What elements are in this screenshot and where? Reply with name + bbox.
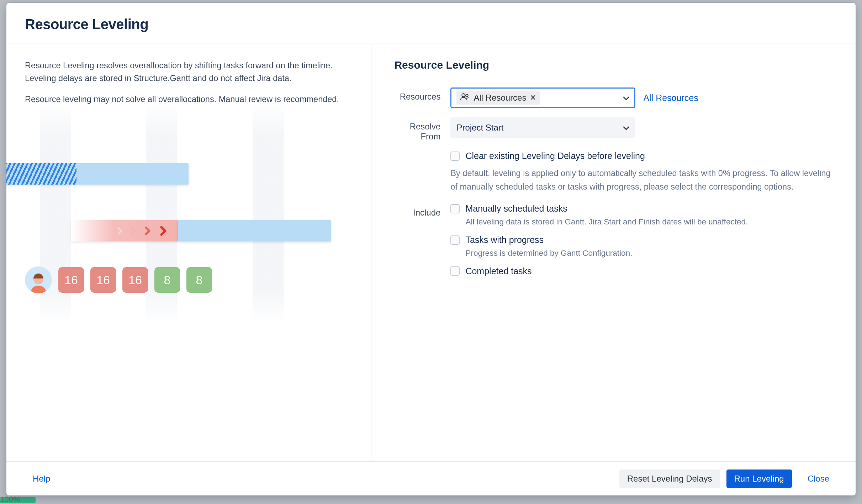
resolve-from-value: Project Start <box>456 123 503 133</box>
chevron-down-icon <box>623 123 629 133</box>
include-completed-label: Completed tasks <box>465 266 532 276</box>
dialog-title: Resource Leveling <box>25 16 837 32</box>
bg-progress-bar <box>0 497 36 503</box>
dialog-footer: Help Reset Leveling Delays Run Leveling … <box>6 461 856 495</box>
include-manual-label: Manually scheduled tasks <box>465 203 567 214</box>
help-link[interactable]: Help <box>25 469 58 488</box>
default-note: By default, leveling is applied only to … <box>450 167 837 193</box>
dialog-right-panel: Resource Leveling Resources <box>371 43 856 461</box>
form-row-resources: Resources <box>394 87 837 108</box>
resolve-from-label: Resolve From <box>394 117 450 142</box>
chevron-down-icon <box>623 93 629 103</box>
form-heading: Resource Leveling <box>394 59 837 71</box>
illus-hours-chip: 16 <box>122 267 148 293</box>
dialog-body: Resource Leveling resolves overallocatio… <box>6 43 856 461</box>
illus-task-bar-hatched <box>6 163 76 185</box>
dialog-left-panel: Resource Leveling resolves overallocatio… <box>6 43 371 461</box>
illus-column <box>253 103 284 323</box>
form-row-clear-delays: Clear existing Leveling Delays before le… <box>394 151 837 201</box>
resource-leveling-dialog: Resource Leveling Resource Leveling reso… <box>6 3 856 495</box>
chevron-right-icon <box>156 223 171 238</box>
svg-point-2 <box>466 94 468 97</box>
include-manual-checkbox-row[interactable]: Manually scheduled tasks <box>450 203 837 214</box>
reset-leveling-delays-button[interactable]: Reset Leveling Delays <box>619 469 720 488</box>
resources-tag: All Resources ✕ <box>456 91 540 105</box>
include-progress-label: Tasks with progress <box>465 235 544 245</box>
tag-remove-icon[interactable]: ✕ <box>530 93 536 102</box>
resources-label: Resources <box>394 87 450 102</box>
svg-point-1 <box>462 94 465 97</box>
leveling-illustration: 16 16 16 8 8 <box>25 113 353 313</box>
all-resources-link[interactable]: All Resources <box>643 93 698 103</box>
illus-hours-chip: 8 <box>154 267 180 293</box>
intro-paragraph-1: Resource Leveling resolves overallocatio… <box>25 59 353 85</box>
checkbox[interactable] <box>450 266 460 276</box>
clear-delays-checkbox-row[interactable]: Clear existing Leveling Delays before le… <box>450 151 837 161</box>
close-button[interactable]: Close <box>800 469 837 488</box>
chevron-right-icon <box>141 224 154 238</box>
include-manual-help: All leveling data is stored in Gantt. Ji… <box>465 216 837 228</box>
intro-paragraph-2: Resource leveling may not solve all over… <box>25 93 353 106</box>
illus-shift-bar <box>71 220 178 242</box>
clear-delays-label: Clear existing Leveling Delays before le… <box>465 151 645 161</box>
run-leveling-button[interactable]: Run Leveling <box>726 469 792 488</box>
avatar-icon <box>25 266 52 293</box>
illus-hours-chip: 16 <box>58 267 84 293</box>
include-progress-help: Progress is determined by Gantt Configur… <box>465 247 837 260</box>
form-row-resolve-from: Resolve From Project Start <box>394 117 837 142</box>
illus-resource-row: 16 16 16 8 8 <box>25 266 212 293</box>
illus-hours-chip: 8 <box>186 267 212 293</box>
chevron-right-icon <box>127 225 139 237</box>
resources-tag-text: All Resources <box>474 93 526 103</box>
resources-select[interactable]: All Resources ✕ <box>450 87 635 108</box>
include-progress-checkbox-row[interactable]: Tasks with progress <box>450 235 837 245</box>
chevron-right-icon <box>114 225 126 237</box>
dialog-header: Resource Leveling <box>6 3 856 43</box>
include-completed-checkbox-row[interactable]: Completed tasks <box>450 266 837 276</box>
include-label: Include <box>394 203 450 218</box>
form-row-include: Include Manually scheduled tasks All lev… <box>394 203 837 278</box>
bg-percent-label: 100% <box>0 495 20 504</box>
checkbox[interactable] <box>450 204 460 213</box>
checkbox[interactable] <box>450 235 460 245</box>
people-icon <box>460 93 470 103</box>
resolve-from-select[interactable]: Project Start <box>450 117 635 138</box>
checkbox[interactable] <box>450 152 460 161</box>
illus-hours-chip: 16 <box>90 267 116 293</box>
illus-task-bar-blue <box>178 220 331 242</box>
